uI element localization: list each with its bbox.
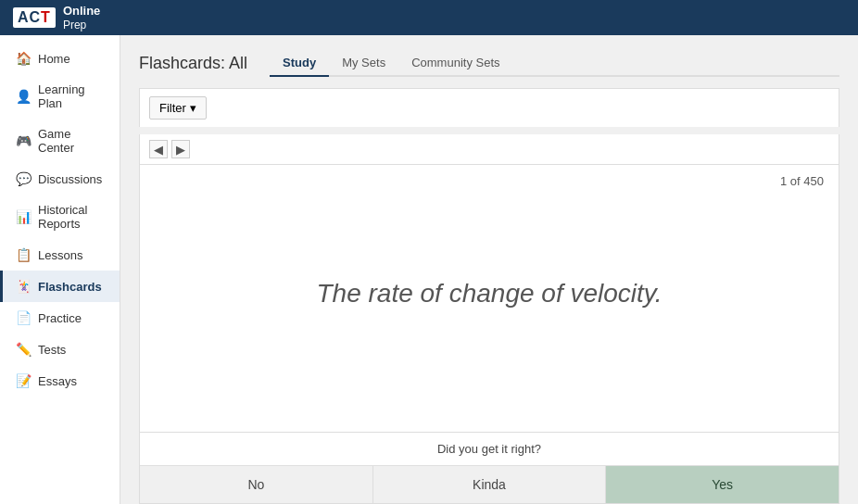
sidebar-item-label: Learning Plan <box>38 82 107 110</box>
header-subtitle: Online Prep <box>63 4 100 32</box>
flashcard-body: The rate of change of velocity. <box>140 192 839 396</box>
sidebar-item-label: Practice <box>38 311 82 325</box>
lessons-icon: 📋 <box>16 247 31 262</box>
sidebar: 🏠 Home 👤 Learning Plan 🎮 Game Center 💬 D… <box>0 35 120 504</box>
sidebar-item-discussions[interactable]: 💬 Discussions <box>0 163 120 195</box>
main-layout: 🏠 Home 👤 Learning Plan 🎮 Game Center 💬 D… <box>0 35 858 504</box>
act-logo-red: T <box>41 9 51 25</box>
sidebar-item-tests[interactable]: ✏️ Tests <box>0 334 120 365</box>
toolbar: Filter ▾ <box>139 88 839 127</box>
sidebar-item-label: Lessons <box>38 248 82 262</box>
answer-yes-button[interactable]: Yes <box>606 466 839 503</box>
page-title: Flashcards: All <box>139 54 247 73</box>
sidebar-item-lessons[interactable]: 📋 Lessons <box>0 239 120 271</box>
sidebar-item-label: Essays <box>38 374 77 388</box>
historical-reports-icon: 📊 <box>16 209 31 224</box>
sidebar-item-label: Game Center <box>38 127 107 155</box>
flashcard-counter: 1 of 450 <box>140 165 839 192</box>
sidebar-item-label: Historical Reports <box>38 203 107 231</box>
header-subtitle-line2: Prep <box>63 19 100 32</box>
sidebar-item-home[interactable]: 🏠 Home <box>0 43 120 74</box>
filter-label: Filter <box>159 101 186 115</box>
tab-my-sets[interactable]: My Sets <box>329 50 398 77</box>
learning-plan-icon: 👤 <box>16 89 31 104</box>
home-icon: 🏠 <box>16 51 31 66</box>
sidebar-item-label: Home <box>38 52 70 66</box>
next-arrow-button[interactable]: ▶ <box>171 140 190 158</box>
tab-study[interactable]: Study <box>270 50 329 77</box>
header-subtitle-line1: Online <box>63 4 100 19</box>
prev-arrow-button[interactable]: ◀ <box>149 140 168 158</box>
sidebar-item-label: Tests <box>38 343 66 357</box>
answer-prompt: Did you get it right? <box>140 433 839 466</box>
content-area: Flashcards: All Study My Sets Community … <box>120 35 858 504</box>
sidebar-item-essays[interactable]: 📝 Essays <box>0 365 120 397</box>
sidebar-item-practice[interactable]: 📄 Practice <box>0 302 120 334</box>
practice-icon: 📄 <box>16 310 31 325</box>
act-logo-text: ACT <box>13 7 56 28</box>
flashcards-icon: 🃏 <box>16 279 31 294</box>
tab-community-sets[interactable]: Community Sets <box>398 50 512 77</box>
game-center-icon: 🎮 <box>16 133 31 148</box>
tabs: Study My Sets Community Sets <box>270 50 839 77</box>
page-header: Flashcards: All Study My Sets Community … <box>139 50 839 77</box>
filter-button[interactable]: Filter ▾ <box>149 96 207 120</box>
tests-icon: ✏️ <box>16 342 31 357</box>
sidebar-item-label: Discussions <box>38 172 102 186</box>
app-header: ACT Online Prep <box>0 0 858 35</box>
nav-arrows-bar: ◀ ▶ <box>139 134 839 164</box>
filter-chevron-icon: ▾ <box>190 101 196 115</box>
sidebar-item-flashcards[interactable]: 🃏 Flashcards <box>0 271 120 302</box>
discussions-icon: 💬 <box>16 171 31 186</box>
flashcard-text: The rate of change of velocity. <box>316 279 662 309</box>
answer-no-button[interactable]: No <box>140 466 373 503</box>
sidebar-item-label: Flashcards <box>38 280 102 294</box>
answer-kinda-button[interactable]: Kinda <box>373 466 607 503</box>
logo: ACT Online Prep <box>13 4 100 32</box>
essays-icon: 📝 <box>16 373 31 388</box>
sidebar-item-historical-reports[interactable]: 📊 Historical Reports <box>0 195 120 239</box>
sidebar-item-game-center[interactable]: 🎮 Game Center <box>0 119 120 163</box>
answer-buttons: No Kinda Yes <box>140 466 839 503</box>
answer-section: Did you get it right? No Kinda Yes <box>139 433 839 504</box>
sidebar-item-learning-plan[interactable]: 👤 Learning Plan <box>0 74 120 119</box>
flashcard-container: 1 of 450 The rate of change of velocity. <box>139 164 839 433</box>
